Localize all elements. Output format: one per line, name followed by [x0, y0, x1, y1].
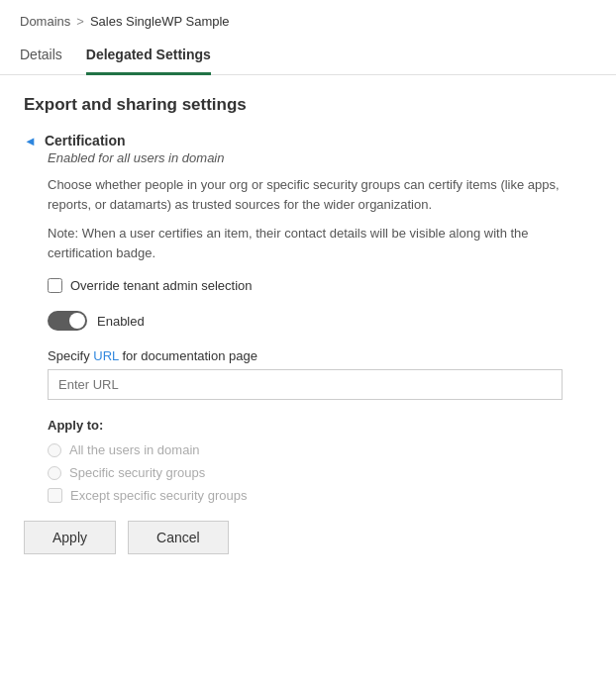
radio-specific-groups-label: Specific security groups — [69, 465, 205, 480]
radio-all-users: All the users in domain — [48, 442, 592, 457]
radio-specific-groups-input[interactable] — [48, 466, 61, 480]
override-checkbox-label: Override tenant admin selection — [70, 278, 253, 293]
apply-to-label: Apply to: — [48, 418, 592, 433]
radio-specific-groups: Specific security groups — [48, 465, 592, 480]
breadcrumb: Domains > Sales SingleWP Sample — [0, 0, 616, 39]
note-text: Note: When a user certifies an item, the… — [48, 224, 592, 262]
breadcrumb-separator: > — [76, 14, 84, 29]
url-section: Specify URL for documentation page — [48, 348, 592, 400]
override-checkbox-row: Override tenant admin selection — [48, 278, 592, 293]
except-checkbox-label: Except specific security groups — [70, 488, 247, 503]
enabled-toggle[interactable] — [48, 311, 87, 331]
section-title: Export and sharing settings — [24, 95, 592, 115]
tabs-bar: Details Delegated Settings — [0, 39, 616, 75]
url-input[interactable] — [48, 369, 563, 400]
collapse-icon[interactable]: ◄ — [24, 134, 37, 148]
breadcrumb-current: Sales SingleWP Sample — [90, 14, 230, 29]
tab-details[interactable]: Details — [20, 39, 62, 75]
tab-delegated-settings[interactable]: Delegated Settings — [86, 39, 211, 75]
description-text: Choose whether people in your org or spe… — [48, 175, 592, 214]
url-label: Specify URL for documentation page — [48, 348, 592, 363]
subsection-subtitle: Enabled for all users in domain — [48, 150, 592, 165]
except-checkbox-row: Except specific security groups — [48, 488, 592, 503]
cancel-button[interactable]: Cancel — [128, 521, 229, 554]
radio-all-users-label: All the users in domain — [69, 442, 200, 457]
override-checkbox[interactable] — [48, 278, 62, 293]
apply-button[interactable]: Apply — [24, 521, 116, 554]
certification-subsection: ◄ Certification Enabled for all users in… — [24, 133, 592, 503]
apply-to-section: Apply to: All the users in domain Specif… — [48, 418, 592, 503]
except-checkbox[interactable] — [48, 488, 62, 503]
main-content: Export and sharing settings ◄ Certificat… — [0, 75, 616, 574]
radio-all-users-input[interactable] — [48, 443, 61, 457]
action-buttons: Apply Cancel — [24, 521, 592, 554]
subsection-name: Certification — [45, 133, 126, 148]
breadcrumb-parent[interactable]: Domains — [20, 14, 70, 29]
enabled-toggle-label: Enabled — [97, 314, 145, 329]
enabled-toggle-row: Enabled — [48, 311, 592, 331]
